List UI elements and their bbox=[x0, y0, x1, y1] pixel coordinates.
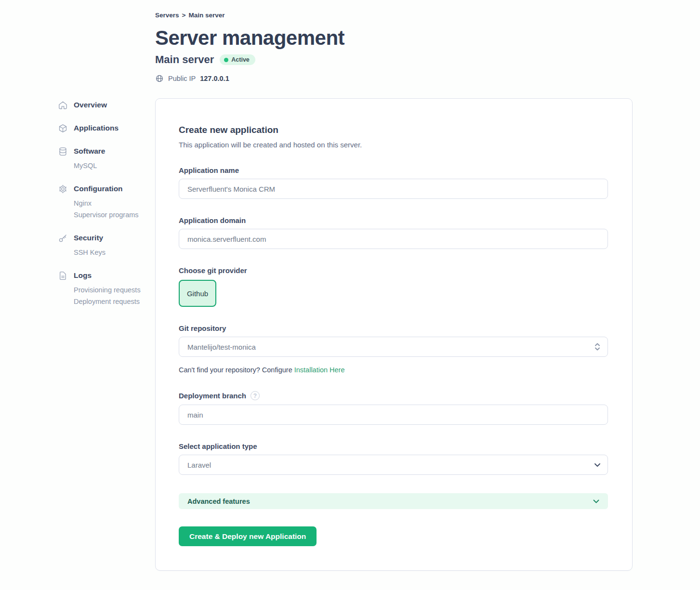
sidebar-item-provisioning-requests[interactable]: Provisioning requests bbox=[74, 284, 155, 296]
repository-helper-text: Can't find your repository? Configure In… bbox=[179, 366, 608, 374]
sidebar-item-logs[interactable]: Logs bbox=[58, 270, 155, 281]
sidebar-item-nginx[interactable]: Nginx bbox=[74, 197, 155, 209]
cube-icon bbox=[58, 123, 68, 133]
breadcrumb: Servers > Main server bbox=[155, 12, 633, 19]
status-dot-icon bbox=[224, 58, 228, 62]
application-domain-label: Application domain bbox=[179, 216, 608, 224]
sidebar-group-logs: Logs Provisioning requests Deployment re… bbox=[58, 270, 155, 307]
sidebar-item-applications[interactable]: Applications bbox=[58, 122, 155, 134]
form-title: Create new application bbox=[179, 125, 608, 135]
application-domain-input[interactable] bbox=[179, 229, 608, 249]
application-name-field: Application name bbox=[179, 166, 608, 199]
application-type-label: Select application type bbox=[179, 442, 608, 450]
repository-helper-prefix: Can't find your repository? Configure bbox=[179, 366, 292, 374]
public-ip-row: Public IP 127.0.0.1 bbox=[155, 74, 633, 83]
git-provider-field: Choose git provider Github bbox=[179, 266, 608, 307]
git-repository-select[interactable]: Mantelijo/test-monica bbox=[179, 337, 608, 357]
sidebar-item-label: Configuration bbox=[74, 184, 123, 193]
status-badge: Active bbox=[220, 54, 255, 65]
sidebar-item-label: Logs bbox=[74, 271, 92, 280]
sidebar-group-security: Security SSH Keys bbox=[58, 232, 155, 258]
sidebar-sublist-logs: Provisioning requests Deployment request… bbox=[58, 284, 155, 307]
git-repository-field: Git repository Mantelijo/test-monica Can… bbox=[179, 324, 608, 374]
deployment-branch-label: Deployment branch bbox=[179, 392, 246, 400]
git-repository-select-wrap: Mantelijo/test-monica bbox=[179, 337, 608, 357]
advanced-features-label: Advanced features bbox=[187, 498, 250, 505]
sidebar-sublist-configuration: Nginx Supervisor programs bbox=[58, 197, 155, 221]
sidebar-item-configuration[interactable]: Configuration bbox=[58, 183, 155, 195]
git-provider-label: Choose git provider bbox=[179, 266, 608, 275]
sidebar-item-ssh-keys[interactable]: SSH Keys bbox=[74, 247, 155, 258]
breadcrumb-separator: > bbox=[182, 12, 186, 19]
application-type-select[interactable]: Laravel bbox=[179, 455, 608, 475]
application-domain-field: Application domain bbox=[179, 216, 608, 249]
form-subtitle: This application will be created and hos… bbox=[179, 141, 608, 149]
server-subtitle-row: Main server Active bbox=[155, 53, 633, 66]
sidebar-sublist-security: SSH Keys bbox=[58, 247, 155, 258]
sidebar-item-label: Security bbox=[74, 234, 103, 242]
application-name-label: Application name bbox=[179, 166, 608, 174]
gear-icon bbox=[58, 184, 68, 194]
sidebar-group-overview: Overview bbox=[58, 99, 155, 111]
document-icon bbox=[58, 271, 68, 281]
server-name: Main server bbox=[155, 53, 214, 66]
public-ip-label: Public IP bbox=[168, 75, 196, 82]
application-type-select-wrap: Laravel bbox=[179, 455, 608, 475]
chevron-down-icon bbox=[593, 499, 599, 503]
database-icon bbox=[58, 146, 68, 157]
create-application-card: Create new application This application … bbox=[155, 98, 633, 571]
sidebar-item-mysql[interactable]: MySQL bbox=[74, 160, 155, 171]
installation-here-link[interactable]: Installation Here bbox=[294, 366, 345, 374]
deployment-branch-field: Deployment branch ? bbox=[179, 391, 608, 425]
sidebar-item-security[interactable]: Security bbox=[58, 232, 155, 244]
sidebar-group-configuration: Configuration Nginx Supervisor programs bbox=[58, 183, 155, 221]
page: Overview Applications Software MySQL bbox=[0, 0, 700, 589]
sidebar-item-overview[interactable]: Overview bbox=[58, 99, 155, 111]
sidebar: Overview Applications Software MySQL bbox=[0, 0, 155, 589]
advanced-features-toggle[interactable]: Advanced features bbox=[179, 493, 608, 509]
globe-icon bbox=[155, 74, 164, 83]
github-provider-button[interactable]: Github bbox=[179, 280, 216, 307]
sidebar-item-software[interactable]: Software bbox=[58, 145, 155, 157]
help-icon[interactable]: ? bbox=[251, 391, 260, 400]
application-type-field: Select application type Laravel bbox=[179, 442, 608, 475]
sidebar-item-deployment-requests[interactable]: Deployment requests bbox=[74, 296, 155, 307]
deployment-branch-label-row: Deployment branch ? bbox=[179, 391, 608, 400]
sidebar-group-software: Software MySQL bbox=[58, 145, 155, 171]
sidebar-item-label: Overview bbox=[74, 101, 107, 109]
create-deploy-button[interactable]: Create & Deploy new Application bbox=[179, 526, 317, 546]
key-icon bbox=[58, 233, 68, 243]
breadcrumb-servers[interactable]: Servers bbox=[155, 12, 179, 19]
application-name-input[interactable] bbox=[179, 179, 608, 199]
breadcrumb-main-server[interactable]: Main server bbox=[188, 12, 225, 19]
status-badge-label: Active bbox=[231, 56, 250, 63]
sidebar-group-applications: Applications bbox=[58, 122, 155, 134]
sidebar-item-label: Applications bbox=[74, 124, 119, 132]
page-title: Server management bbox=[155, 27, 633, 49]
sidebar-sublist-software: MySQL bbox=[58, 160, 155, 171]
git-repository-label: Git repository bbox=[179, 324, 608, 332]
main-content: Servers > Main server Server management … bbox=[155, 0, 633, 589]
deployment-branch-input[interactable] bbox=[179, 405, 608, 425]
home-icon bbox=[58, 100, 68, 110]
sidebar-item-label: Software bbox=[74, 147, 105, 156]
public-ip-value: 127.0.0.1 bbox=[200, 75, 229, 82]
sidebar-item-supervisor-programs[interactable]: Supervisor programs bbox=[74, 209, 155, 221]
